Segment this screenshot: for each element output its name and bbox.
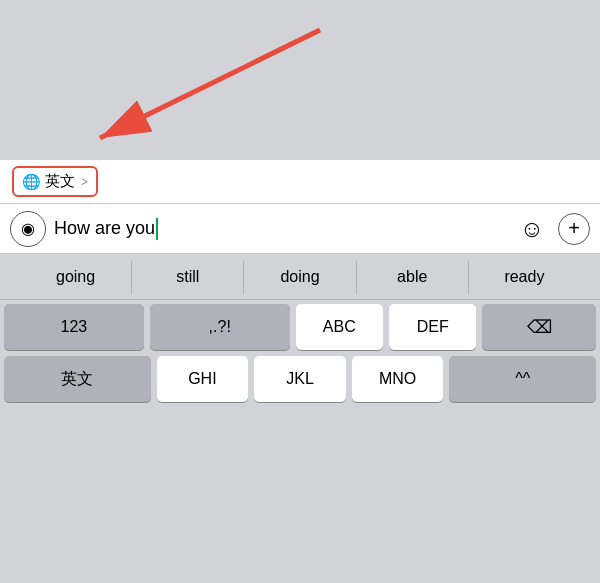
arrow-graphic <box>0 0 600 160</box>
svg-line-1 <box>100 30 320 138</box>
text-input-area[interactable]: How are you <box>54 218 506 240</box>
key-abc[interactable]: ABC <box>296 304 383 350</box>
add-button[interactable]: + <box>558 213 590 245</box>
voice-icon: ◉ <box>21 219 35 238</box>
emoji-button[interactable]: ☺ <box>514 211 550 247</box>
autocomplete-word-4[interactable]: ready <box>468 260 580 294</box>
text-cursor <box>156 218 158 240</box>
delete-icon: ⌫ <box>527 316 552 338</box>
autocomplete-word-1[interactable]: still <box>131 260 243 294</box>
input-bar: ◉ How are you ☺ + <box>0 204 600 254</box>
autocomplete-word-0[interactable]: going <box>20 260 131 294</box>
language-selector[interactable]: 🌐 英文 > <box>12 166 98 197</box>
key-chinese[interactable]: 英文 <box>4 356 151 402</box>
emoji-icon: ☺ <box>520 215 545 243</box>
voice-button[interactable]: ◉ <box>10 211 46 247</box>
key-def[interactable]: DEF <box>389 304 476 350</box>
key-123[interactable]: 123 <box>4 304 144 350</box>
keyboard: 123 ,.?! ABC DEF ⌫ 英文 GHI JKL MNO ^^ <box>0 300 600 402</box>
input-text: How are you <box>54 218 155 239</box>
key-ghi[interactable]: GHI <box>157 356 249 402</box>
autocomplete-row: going still doing able ready <box>0 254 600 300</box>
keyboard-row-1: 123 ,.?! ABC DEF ⌫ <box>4 304 596 350</box>
autocomplete-word-3[interactable]: able <box>356 260 468 294</box>
autocomplete-word-2[interactable]: doing <box>243 260 355 294</box>
key-delete[interactable]: ⌫ <box>482 304 596 350</box>
globe-icon: 🌐 <box>22 173 41 191</box>
key-mno[interactable]: MNO <box>352 356 444 402</box>
language-label: 英文 <box>45 172 75 191</box>
top-area <box>0 0 600 160</box>
key-caps[interactable]: ^^ <box>449 356 596 402</box>
keyboard-row-2: 英文 GHI JKL MNO ^^ <box>4 356 596 402</box>
add-icon: + <box>568 217 580 240</box>
key-jkl[interactable]: JKL <box>254 356 346 402</box>
language-bar: 🌐 英文 > <box>0 160 600 204</box>
chevron-icon: > <box>81 175 88 189</box>
key-punctuation[interactable]: ,.?! <box>150 304 290 350</box>
